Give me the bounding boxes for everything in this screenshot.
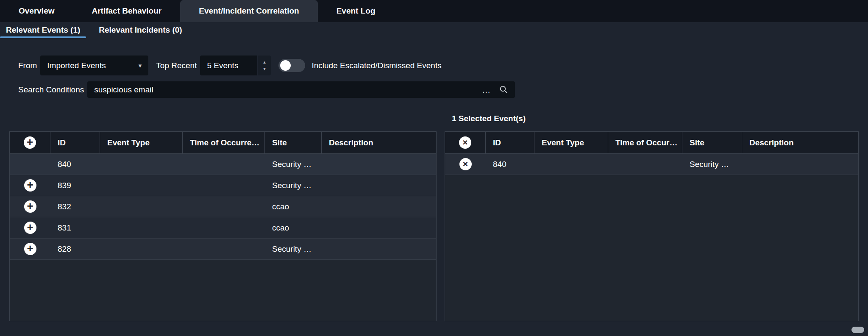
add-event-button[interactable]: +: [24, 222, 36, 234]
cell-time: [183, 175, 265, 196]
search-row: Search Conditions suspicious email …: [18, 81, 859, 98]
cell-description: [322, 175, 436, 196]
add-event-button[interactable]: +: [24, 243, 36, 255]
table-row[interactable]: + 832 ccao: [10, 196, 436, 217]
remove-cell: ✕: [445, 154, 486, 175]
table-row[interactable]: + 839 Security …: [10, 175, 436, 196]
events-table-header: + ID Event Type Time of Occurre… Site De…: [10, 132, 436, 154]
column-header-description: Description: [742, 132, 858, 153]
cell-description: [742, 154, 858, 175]
table-row[interactable]: ✕ 840 Security …: [445, 154, 858, 175]
cell-event-type: [100, 175, 183, 196]
plus-icon: +: [27, 136, 33, 147]
cell-event-type: [100, 239, 183, 259]
cell-time: [183, 239, 265, 259]
top-tab-bar: Overview Artifact Behaviour Event/Incide…: [0, 0, 868, 22]
column-header-description: Description: [322, 132, 436, 153]
selected-events-panel: 1 Selected Event(s) ✕ ID Event Type Time…: [445, 111, 859, 321]
from-select[interactable]: Imported Events ▾: [40, 56, 148, 75]
column-header-event-type: Event Type: [100, 132, 183, 153]
tables-row: + ID Event Type Time of Occurre… Site De…: [9, 111, 859, 321]
cell-site: Security …: [265, 239, 322, 259]
column-header-site: Site: [682, 132, 742, 153]
sub-tab-bar: Relevant Events (1) Relevant Incidents (…: [0, 22, 868, 38]
tab-overview[interactable]: Overview: [0, 0, 73, 22]
add-event-button[interactable]: +: [24, 200, 36, 213]
cell-id: 832: [50, 196, 100, 217]
add-cell: [10, 154, 50, 175]
events-table-body: 840 Security … + 8: [10, 154, 436, 260]
from-label: From: [18, 61, 37, 70]
top-recent-input[interactable]: 5 Events: [200, 56, 257, 75]
column-header-id: ID: [486, 132, 534, 153]
cell-description: [322, 239, 436, 259]
cell-id: 840: [486, 154, 534, 175]
subtab-relevant-incidents[interactable]: Relevant Incidents (0): [93, 22, 188, 38]
search-conditions-input[interactable]: suspicious email …: [87, 81, 515, 98]
add-all-button[interactable]: +: [24, 136, 36, 149]
plus-icon: +: [27, 200, 33, 211]
cell-description: [322, 154, 436, 175]
include-escalated-label: Include Escalated/Dismissed Events: [312, 61, 441, 70]
top-recent-label: Top Recent: [156, 61, 197, 70]
table-row[interactable]: + 828 Security …: [10, 239, 436, 260]
plus-icon: +: [27, 179, 33, 190]
plus-icon: +: [27, 222, 33, 233]
events-table: + ID Event Type Time of Occurre… Site De…: [9, 131, 437, 321]
top-recent-value: 5 Events: [207, 61, 238, 70]
selected-table-body: ✕ 840 Security …: [445, 154, 858, 175]
close-icon: ✕: [462, 161, 468, 168]
include-escalated-toggle[interactable]: [278, 59, 305, 72]
cell-site: Security …: [265, 154, 322, 175]
filter-row: From Imported Events ▾ Top Recent 5 Even…: [18, 56, 859, 75]
cell-description: [322, 217, 436, 238]
table-row[interactable]: + 831 ccao: [10, 217, 436, 239]
cell-id: 839: [50, 175, 100, 196]
cell-event-type: [100, 217, 183, 238]
chevron-down-icon: ▾: [139, 62, 142, 69]
tab-event-incident-correlation[interactable]: Event/Incident Correlation: [180, 0, 317, 22]
cell-event-type: [534, 154, 608, 175]
stepper-up-button[interactable]: ▴: [263, 60, 266, 64]
selected-events-count: 1 Selected Event(s): [445, 114, 859, 123]
stepper-down-button[interactable]: ▾: [263, 67, 266, 71]
add-cell: +: [10, 196, 50, 217]
cell-time: [608, 154, 682, 175]
search-conditions-label: Search Conditions: [18, 85, 84, 94]
more-options-button[interactable]: …: [482, 86, 491, 94]
tab-artifact-behaviour[interactable]: Artifact Behaviour: [73, 0, 181, 22]
cell-site: Security …: [682, 154, 742, 175]
search-icon[interactable]: [499, 85, 508, 94]
app-window: Overview Artifact Behaviour Event/Incide…: [0, 0, 868, 336]
cell-event-type: [100, 154, 183, 175]
search-conditions-value: suspicious email: [94, 85, 482, 94]
column-header-time: Time of Occurre…: [183, 132, 265, 153]
cell-id: 840: [50, 154, 100, 175]
table-row[interactable]: 840 Security …: [10, 154, 436, 175]
plus-icon: +: [27, 243, 33, 254]
selected-summary-row: 1 Selected Event(s): [445, 111, 859, 131]
add-event-button[interactable]: +: [24, 179, 36, 192]
add-cell: +: [10, 217, 50, 238]
remove-event-button[interactable]: ✕: [459, 158, 472, 170]
from-select-value: Imported Events: [47, 61, 106, 70]
remove-all-cell: ✕: [445, 132, 486, 153]
column-header-event-type: Event Type: [534, 132, 608, 153]
cell-time: [183, 217, 265, 238]
top-recent-stepper: ▴ ▾: [258, 56, 271, 75]
cell-time: [183, 154, 265, 175]
add-all-cell: +: [10, 132, 50, 153]
column-header-id: ID: [50, 132, 100, 153]
subtab-relevant-events[interactable]: Relevant Events (1): [0, 22, 86, 38]
cell-id: 828: [50, 239, 100, 259]
cell-site: Security …: [265, 175, 322, 196]
add-cell: +: [10, 239, 50, 259]
events-panel: + ID Event Type Time of Occurre… Site De…: [9, 111, 437, 321]
column-header-time: Time of Occur…: [608, 132, 682, 153]
remove-all-button[interactable]: ✕: [459, 136, 471, 149]
scrollbar-thumb[interactable]: [851, 327, 864, 333]
close-icon: ✕: [462, 139, 468, 146]
toggle-knob: [280, 60, 291, 71]
tab-event-log[interactable]: Event Log: [318, 0, 394, 22]
cell-site: ccao: [265, 217, 322, 238]
